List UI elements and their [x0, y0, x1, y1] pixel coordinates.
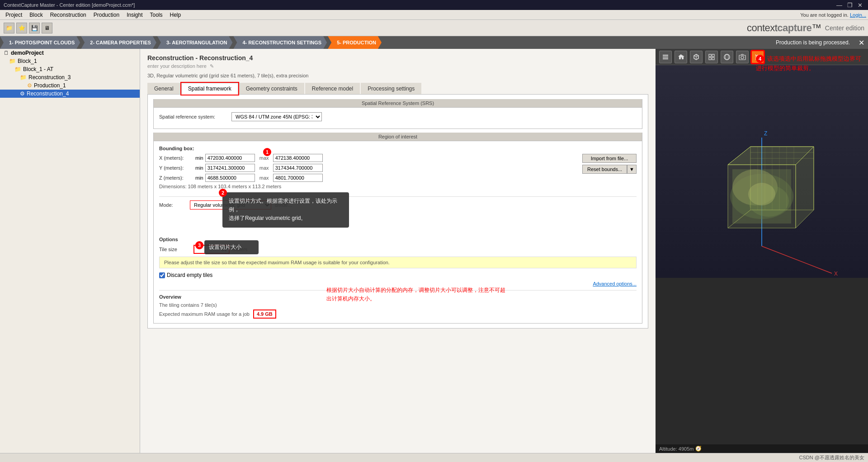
overview-line1: The tiling contains 7 tile(s): [159, 302, 276, 308]
menu-production[interactable]: Production: [90, 11, 123, 19]
tile-size-label: Tile size: [159, 247, 191, 252]
pipeline-close-btn[interactable]: ✕: [859, 38, 864, 47]
bbox-y-row: Y (meters): min max: [159, 164, 577, 172]
srs-section-header: Spatial Reference System (SRS): [153, 99, 642, 108]
svg-point-8: [726, 54, 728, 60]
new-project-icon[interactable]: 📁: [4, 23, 14, 33]
vp-grid-btn[interactable]: [705, 51, 718, 63]
y-min-input[interactable]: [205, 164, 255, 172]
reset-bounds-dropdown[interactable]: ▼: [627, 165, 637, 174]
altitude-bar: Altitude: 4905m 🧭: [656, 444, 868, 453]
pipeline-step-5[interactable]: 5- PRODUCTION: [328, 36, 382, 49]
login-link[interactable]: Login...: [850, 12, 866, 18]
reconstruction-title: Reconstruction - Reconstruction_4: [147, 54, 648, 62]
srs-select[interactable]: WGS 84 / UTM zone 45N (EPSG: 32645): [231, 112, 322, 121]
svg-text:X: X: [834, 271, 838, 277]
menu-project[interactable]: Project: [2, 11, 26, 19]
close-btn[interactable]: ✕: [856, 2, 864, 9]
pipeline-step-1[interactable]: 1- PHOTOS/POINT CLOUDS: [0, 36, 80, 49]
vp-home-btn[interactable]: [675, 51, 687, 63]
vp-3d-cube-btn[interactable]: [690, 51, 703, 63]
tree-item-reconstruction4[interactable]: ⚙ Reconstruction_4: [0, 90, 140, 98]
brand-text: contextcapture™: [747, 22, 821, 34]
y-max-input[interactable]: [273, 164, 323, 172]
annotation-3-popup: 设置切片大小: [204, 240, 259, 254]
tab-content: Spatial Reference System (SRS) Spatial r…: [147, 95, 648, 329]
svg-rect-1: [663, 57, 668, 57]
pipeline-step-2[interactable]: 2- CAMERA PROPERTIES: [81, 36, 156, 49]
pipeline-step-3[interactable]: 3- AEROTRIANGULATION: [157, 36, 232, 49]
annotation-4-num: 4: [756, 55, 764, 63]
save-icon[interactable]: 💾: [29, 23, 40, 33]
tab-spatial-framework[interactable]: Spatial framework: [181, 83, 238, 95]
bbox-fields: Bounding box: X (meters): min max Y (met…: [159, 146, 577, 193]
vp-camera-btn[interactable]: [736, 51, 749, 63]
altitude-text: Altitude: 4905m: [659, 446, 693, 452]
ram-row: Expected maximum RAM usage for a job 4.9…: [159, 310, 276, 319]
maximize-btn[interactable]: ❐: [845, 2, 854, 9]
folder-icon-1: 📁: [9, 58, 16, 64]
menu-insight[interactable]: Insight: [123, 11, 146, 19]
minimize-btn[interactable]: —: [835, 2, 844, 9]
pipeline-step-4[interactable]: 4- RECONSTRUCTION SETTINGS: [233, 36, 327, 49]
import-from-file-btn[interactable]: Import from file...: [582, 154, 637, 163]
vp-layers-btn[interactable]: [659, 51, 672, 63]
mode-label: Mode:: [159, 202, 186, 208]
tabs: General Spatial framework Geometry const…: [147, 83, 648, 95]
item-icon-1: ⚙: [27, 82, 32, 89]
annotation-4-text: 该选项选中后用鼠标拖拽模型边界可进行模型的简单裁剪。: [756, 55, 861, 71]
z-min-label: min: [195, 175, 203, 181]
srs-label: Spatial reference system:: [159, 114, 231, 119]
main-layout: 🗒 demoProject 📁 Block_1 📁 Block_1 - AT 📁…: [0, 49, 868, 453]
x-min-input[interactable]: [205, 154, 255, 162]
bbox-title: Bounding box:: [159, 146, 577, 151]
statusbar: CSDN @不愿透露姓名的美女: [0, 453, 868, 462]
tree-item-block1-at[interactable]: 📁 Block_1 - AT: [0, 65, 140, 73]
edition-text: Center edition: [825, 24, 864, 32]
bbox-x-row: X (meters): min max: [159, 154, 577, 162]
y-min-label: min: [195, 165, 203, 171]
monitor-icon[interactable]: 🖥: [42, 23, 52, 33]
bbox-area: Bounding box: X (meters): min max Y (met…: [159, 146, 637, 193]
folder-icon-3: 📁: [20, 74, 27, 81]
project-tree: 🗒 demoProject 📁 Block_1 📁 Block_1 - AT 📁…: [0, 49, 140, 453]
x-min-label: min: [195, 155, 203, 161]
ram-badge: 4.9 GB: [253, 310, 276, 319]
menu-block[interactable]: Block: [26, 11, 46, 19]
compass-icon: 🧭: [695, 446, 702, 452]
menu-reconstruction[interactable]: Reconstruction: [47, 11, 90, 19]
discard-empty-tiles-label: Discard empty tiles: [167, 272, 212, 278]
roi-content: Bounding box: X (meters): min max Y (met…: [153, 141, 642, 324]
open-icon[interactable]: ⭐: [16, 23, 27, 33]
folder-icon-2: 📁: [14, 66, 21, 72]
app-title: ContextCapture Master - Center edition […: [4, 2, 135, 8]
content-area: Reconstruction - Reconstruction_4 enter …: [140, 49, 656, 453]
menu-help[interactable]: Help: [166, 11, 185, 19]
discard-empty-tiles-checkbox[interactable]: [159, 272, 165, 278]
vp-sphere-btn[interactable]: [721, 51, 733, 63]
bbox-x-label: X (meters):: [159, 155, 195, 161]
svg-rect-5: [709, 57, 711, 60]
x-max-input[interactable]: [273, 154, 323, 162]
tree-item-demoproject[interactable]: 🗒 demoProject: [0, 49, 140, 57]
reset-bounds-btn[interactable]: Reset bounds...: [582, 165, 627, 174]
viewport-3d: Z X: [656, 65, 868, 444]
tab-general[interactable]: General: [147, 83, 180, 94]
tree-item-block1[interactable]: 📁 Block_1: [0, 57, 140, 65]
login-info: You are not logged in. Login...: [800, 12, 866, 18]
menu-tools[interactable]: Tools: [146, 11, 166, 19]
tree-item-production1[interactable]: ⚙ Production_1: [0, 81, 140, 90]
tiling-section: Mode: Regular volumetric grid divide... …: [159, 196, 637, 286]
z-min-input[interactable]: [205, 174, 255, 182]
warning-box: Please adjust the tile size so that the …: [159, 257, 637, 268]
annotation-5-text: 根据切片大小自动计算的分配的内存，调整切片大小可以调整，注意不可超出计算机内存大…: [326, 287, 505, 302]
tab-geometry-constraints[interactable]: Geometry constraints: [239, 83, 304, 94]
window-controls: — ❐ ✕: [835, 2, 864, 9]
z-max-input[interactable]: [273, 174, 323, 182]
tab-processing-settings[interactable]: Processing settings: [361, 83, 421, 94]
tree-item-reconstruction3[interactable]: 📁 Reconstruction_3: [0, 73, 140, 81]
toolbar-icons: 📁 ⭐ 💾 🖥: [4, 23, 52, 33]
titlebar: ContextCapture Master - Center edition […: [0, 0, 868, 10]
tab-reference-model[interactable]: Reference model: [305, 83, 360, 94]
reconstruction-description[interactable]: enter your description here ✎: [147, 63, 648, 69]
